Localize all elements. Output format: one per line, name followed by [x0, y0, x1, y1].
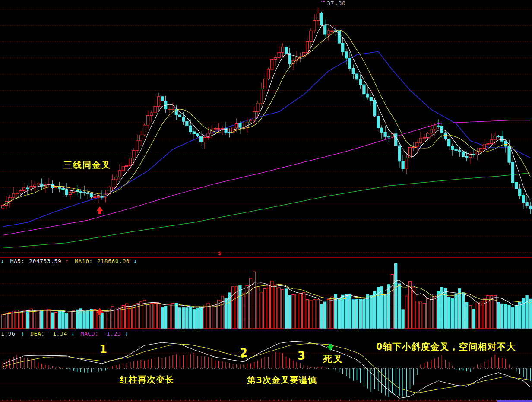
- volume-bar: [218, 300, 220, 329]
- candle-body: [30, 186, 32, 189]
- main-chart-canvas[interactable]: [0, 0, 532, 258]
- candle-body: [348, 58, 351, 69]
- volume-bar: [175, 304, 177, 329]
- volume-bar: [55, 313, 57, 329]
- candle-body: [253, 112, 256, 120]
- volume-bar: [256, 287, 259, 329]
- volume-bar: [529, 299, 532, 329]
- volume-bar: [90, 309, 93, 329]
- candle-body: [260, 89, 263, 103]
- candle-body: [225, 129, 227, 133]
- volume-bar: [320, 304, 323, 329]
- volume-bar: [419, 302, 422, 329]
- vol-ma10-value: 218660.00: [97, 258, 130, 264]
- candle-body: [416, 142, 418, 147]
- candle-body: [515, 182, 518, 189]
- volume-bar: [221, 296, 224, 329]
- candle-body: [246, 122, 248, 127]
- bottom-scrollbar-thumb[interactable]: [497, 400, 532, 402]
- volume-bar: [398, 284, 401, 329]
- volume-bar: [58, 311, 61, 329]
- candle-body: [189, 126, 192, 132]
- candle-body: [327, 31, 330, 34]
- price-ma10-line: [3, 30, 531, 206]
- volume-bar: [271, 281, 273, 329]
- candle-body: [23, 188, 25, 190]
- volume-bar: [62, 310, 64, 329]
- volume-bar: [232, 287, 234, 329]
- candle-body: [320, 13, 323, 25]
- candle-body: [19, 190, 22, 193]
- candle-body: [427, 133, 429, 138]
- candle-body: [278, 52, 280, 57]
- volume-bar: [171, 304, 174, 329]
- macd-dif-value: 1.96: [1, 330, 15, 337]
- macd-chart-canvas[interactable]: [0, 329, 532, 402]
- volume-bar: [380, 287, 383, 329]
- candle-body: [395, 134, 397, 146]
- candle-body: [285, 47, 288, 54]
- volume-bar: [342, 295, 344, 329]
- candle-body: [154, 106, 156, 113]
- volume-bar: [359, 299, 362, 329]
- candle-body: [193, 132, 195, 134]
- volume-bar: [490, 295, 493, 329]
- candle-body: [519, 189, 521, 195]
- volume-bar: [154, 303, 156, 329]
- volume-bar: [186, 308, 188, 329]
- candle-body: [366, 94, 369, 97]
- volume-bar: [356, 300, 358, 329]
- volume-bar: [434, 296, 436, 329]
- volume-bar: [497, 303, 500, 329]
- volume-bar: [458, 289, 461, 329]
- candle-body: [139, 135, 142, 141]
- volume-bar: [253, 272, 256, 329]
- volume-bar: [86, 310, 89, 329]
- candle-body: [94, 197, 96, 198]
- volume-bar: [427, 299, 429, 329]
- volume-bar: [476, 303, 478, 329]
- volume-bar: [5, 313, 8, 329]
- volume-bar: [37, 310, 40, 329]
- volume-bar: [118, 307, 121, 329]
- candle-body: [497, 136, 500, 137]
- volume-bar: [387, 285, 390, 329]
- volume-bar: [338, 298, 341, 329]
- volume-bar: [345, 294, 348, 329]
- candle-body: [494, 136, 496, 139]
- candle-body: [448, 139, 450, 146]
- death-cross-annotation: 死叉: [323, 353, 344, 365]
- candle-body: [12, 193, 15, 197]
- candle-body: [462, 152, 465, 156]
- volume-bar: [2, 315, 4, 329]
- volume-bar: [79, 309, 82, 329]
- candle-body: [196, 134, 199, 136]
- volume-bar: [19, 312, 22, 329]
- candle-body: [402, 161, 404, 169]
- volume-bar: [111, 307, 114, 329]
- candle-body: [281, 47, 284, 52]
- volume-bar: [44, 310, 47, 329]
- volume-bar: [214, 304, 217, 329]
- candle-body: [466, 156, 468, 157]
- volume-bar: [455, 294, 457, 329]
- candle-body: [161, 97, 164, 101]
- volume-bar: [242, 293, 245, 329]
- candle-body: [37, 184, 40, 185]
- volume-bar: [263, 288, 266, 329]
- volume-bar: [196, 308, 199, 329]
- candle-body: [480, 149, 482, 152]
- volume-bar: [444, 288, 447, 329]
- volume-chart-canvas[interactable]: [0, 258, 532, 329]
- candle-body: [62, 188, 64, 190]
- candle-body: [267, 69, 270, 79]
- macd-annotation-2: 2: [240, 346, 247, 359]
- candle-body: [256, 103, 259, 112]
- candle-body: [352, 69, 355, 74]
- volume-bars: [2, 264, 532, 329]
- macd-dea-down-arrow-icon: ↓: [71, 330, 75, 337]
- volume-bar: [108, 309, 111, 329]
- macd-annotation-1: 1: [99, 343, 107, 356]
- candle-body: [239, 123, 241, 127]
- volume-bar: [472, 309, 475, 329]
